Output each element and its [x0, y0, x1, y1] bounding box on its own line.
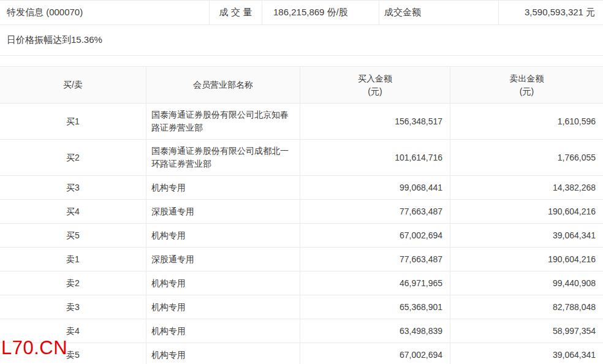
row-branch-name: 机构专用: [146, 319, 300, 343]
row-side-label: 卖3: [0, 295, 146, 319]
header-buy-amount: 买入金额 (元): [300, 67, 450, 103]
row-buy-amount: 67,002,694: [300, 343, 450, 364]
row-side-label: 买3: [0, 176, 146, 199]
header-buy-amount-line1: 买入金额: [358, 72, 392, 85]
price-amplitude-note: 日价格振幅达到15.36%: [0, 25, 603, 56]
section-gap: [0, 56, 603, 66]
row-branch-name: 机构专用: [146, 224, 300, 247]
row-sell-amount: 58,997,354: [450, 319, 603, 343]
row-sell-amount: 39,064,341: [450, 224, 603, 247]
table-row: 卖1 深股通专用 77,663,487 190,604,216: [0, 248, 603, 271]
row-buy-amount: 67,002,694: [300, 224, 450, 247]
row-sell-amount: 14,382,268: [450, 176, 603, 199]
table-row: 买4 深股通专用 77,663,487 190,604,216: [0, 200, 603, 224]
row-branch-name: 国泰海通证券股份有限公司成都北一环路证券营业部: [146, 140, 300, 175]
table-row: 卖5 机构专用 67,002,694 39,064,341: [0, 343, 603, 364]
row-side-label: 买5: [0, 224, 146, 247]
header-sell-amount: 卖出金额 (元): [450, 67, 603, 103]
row-side-label: 买2: [0, 140, 146, 175]
row-sell-amount: 190,604,216: [450, 248, 603, 271]
row-branch-name: 机构专用: [146, 176, 300, 199]
row-sell-amount: 1,766,055: [450, 140, 603, 175]
volume-value: 186,215,869 份/股: [262, 1, 379, 25]
row-side-label: 买4: [0, 200, 146, 223]
row-sell-amount: 190,604,216: [450, 200, 603, 223]
row-buy-amount: 99,068,441: [300, 176, 450, 199]
row-buy-amount: 156,348,517: [300, 104, 450, 139]
header-buy-sell: 买/卖: [0, 67, 146, 103]
table-header-row: 买/卖 会员营业部名称 买入金额 (元) 卖出金额 (元): [0, 67, 603, 104]
row-sell-amount: 82,788,048: [450, 295, 603, 319]
row-buy-amount: 77,663,487: [300, 200, 450, 223]
row-buy-amount: 65,368,901: [300, 295, 450, 319]
row-buy-amount: 101,614,716: [300, 140, 450, 175]
header-buy-amount-line2: (元): [368, 85, 382, 98]
header-branch-name: 会员营业部名称: [146, 67, 300, 103]
row-branch-name: 深股通专用: [146, 248, 300, 271]
row-branch-name: 机构专用: [146, 343, 300, 364]
site-watermark: L70.CN: [1, 337, 67, 359]
header-sell-amount-line1: 卖出金额: [510, 72, 544, 85]
table-row: 买1 国泰海通证券股份有限公司北京知春路证券营业部 156,348,517 1,…: [0, 104, 603, 140]
table-row: 卖4 机构专用 63,498,839 58,997,354: [0, 319, 603, 343]
table-body: 买1 国泰海通证券股份有限公司北京知春路证券营业部 156,348,517 1,…: [0, 104, 603, 364]
row-branch-name: 深股通专用: [146, 200, 300, 223]
row-branch-name: 机构专用: [146, 271, 300, 295]
stock-info-bar: 特发信息 (000070) 成 交 量 186,215,869 份/股 成交金额…: [0, 0, 603, 25]
volume-label: 成 交 量: [209, 1, 262, 25]
row-sell-amount: 1,610,596: [450, 104, 603, 139]
table-row: 买2 国泰海通证券股份有限公司成都北一环路证券营业部 101,614,716 1…: [0, 140, 603, 176]
stock-name: 特发信息 (000070): [0, 1, 209, 25]
broker-branch-table: 买/卖 会员营业部名称 买入金额 (元) 卖出金额 (元) 买1 国泰海通证券股…: [0, 66, 603, 364]
row-buy-amount: 46,971,965: [300, 271, 450, 295]
table-row: 卖3 机构专用 65,368,901 82,788,048: [0, 295, 603, 319]
row-branch-name: 机构专用: [146, 295, 300, 319]
row-buy-amount: 63,498,839: [300, 319, 450, 343]
row-branch-name: 国泰海通证券股份有限公司北京知春路证券营业部: [146, 104, 300, 139]
turnover-label: 成交金额: [379, 1, 498, 25]
row-side-label: 卖2: [0, 271, 146, 295]
table-row: 卖2 机构专用 46,971,965 99,440,908: [0, 271, 603, 295]
row-sell-amount: 99,440,908: [450, 271, 603, 295]
header-sell-amount-line2: (元): [520, 85, 534, 98]
turnover-value: 3,590,593,321 元: [498, 1, 603, 25]
row-side-label: 买1: [0, 104, 146, 139]
row-buy-amount: 77,663,487: [300, 248, 450, 271]
table-header: 买/卖 会员营业部名称 买入金额 (元) 卖出金额 (元): [0, 67, 603, 104]
row-sell-amount: 39,064,341: [450, 343, 603, 364]
row-side-label: 卖1: [0, 248, 146, 271]
table-row: 买3 机构专用 99,068,441 14,382,268: [0, 176, 603, 200]
table-row: 买5 机构专用 67,002,694 39,064,341: [0, 224, 603, 248]
